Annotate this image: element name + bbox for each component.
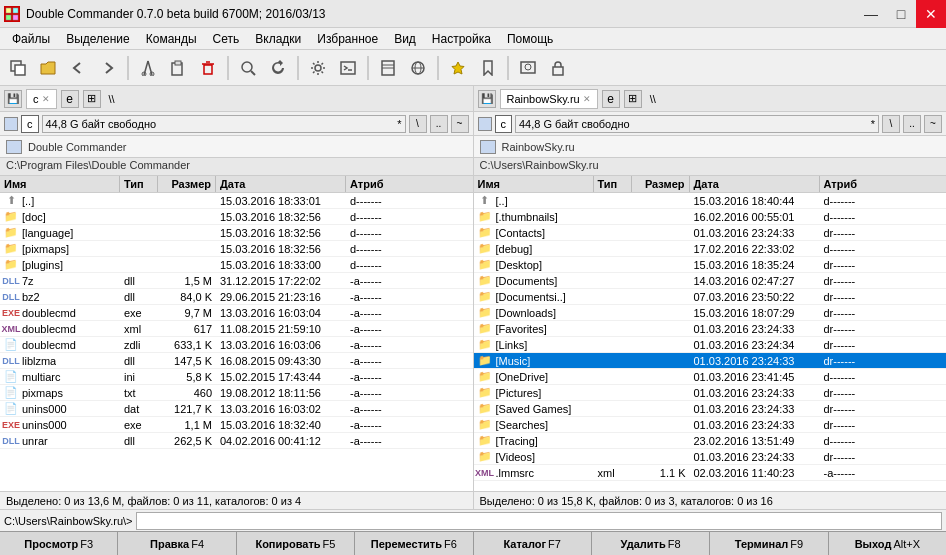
file-row[interactable]: EXE doublecmd exe 9,7 M 13.03.2016 16:03…: [0, 305, 473, 321]
right-col-attr[interactable]: Атриб: [820, 176, 890, 192]
menu-files[interactable]: Файлы: [4, 30, 58, 48]
left-col-date[interactable]: Дата: [216, 176, 346, 192]
file-row[interactable]: 📄 unins000 dat 121,7 K 13.03.2016 16:03:…: [0, 401, 473, 417]
file-row[interactable]: XML doublecmd xml 617 11.08.2015 21:59:1…: [0, 321, 473, 337]
right-nav-home[interactable]: ~: [924, 115, 942, 133]
tb-btn-terminal[interactable]: [334, 54, 362, 82]
menu-commands[interactable]: Команды: [138, 30, 205, 48]
tb-btn-copy[interactable]: [4, 54, 32, 82]
file-row[interactable]: 📁 [Favorites] 01.03.2016 23:24:33 dr----…: [474, 321, 947, 337]
tb-btn-fav[interactable]: [444, 54, 472, 82]
menu-selection[interactable]: Выделение: [58, 30, 138, 48]
file-row[interactable]: 📁 [Contacts] 01.03.2016 23:24:33 dr-----…: [474, 225, 947, 241]
menu-tabs[interactable]: Вкладки: [247, 30, 309, 48]
file-row[interactable]: ⬆ [..] 15.03.2016 18:33:01 d-------: [0, 193, 473, 209]
left-tab-c[interactable]: c ✕: [26, 89, 57, 109]
file-row[interactable]: 📄 doublecmd zdli 633,1 K 13.03.2016 16:0…: [0, 337, 473, 353]
fn-copy[interactable]: Копировать F5: [237, 532, 355, 555]
tb-btn-delete[interactable]: [194, 54, 222, 82]
right-path-bar[interactable]: 44,8 G байт свободно *: [515, 115, 879, 133]
right-new-tab-btn[interactable]: e: [602, 90, 620, 108]
file-row[interactable]: 📁 [Music] 01.03.2016 23:24:33 dr------: [474, 353, 947, 369]
tb-btn-mark[interactable]: [474, 54, 502, 82]
fn-move[interactable]: Переместить F6: [355, 532, 473, 555]
menu-favorites[interactable]: Избранное: [309, 30, 386, 48]
file-row[interactable]: 📁 [pixmaps] 15.03.2016 18:32:56 d-------: [0, 241, 473, 257]
right-file-list[interactable]: Имя Тип Размер Дата Атриб ⬆ [..] 15.03.2…: [474, 176, 947, 491]
maximize-button[interactable]: □: [886, 0, 916, 28]
file-row[interactable]: 📁 [plugins] 15.03.2016 18:33:00 d-------: [0, 257, 473, 273]
file-row[interactable]: 📁 [Documents] 14.03.2016 02:47:27 dr----…: [474, 273, 947, 289]
file-row[interactable]: 📁 [debug] 17.02.2016 22:33:02 d-------: [474, 241, 947, 257]
right-col-name[interactable]: Имя: [474, 176, 594, 192]
tb-btn-folder[interactable]: [34, 54, 62, 82]
right-nav-up[interactable]: ..: [903, 115, 921, 133]
left-drive-c-btn[interactable]: c: [21, 115, 39, 133]
menu-network[interactable]: Сеть: [205, 30, 248, 48]
tb-btn-paste[interactable]: [164, 54, 192, 82]
left-col-attr[interactable]: Атриб: [346, 176, 426, 192]
file-row[interactable]: 📁 [Documentsi..] 07.03.2016 23:50:22 dr-…: [474, 289, 947, 305]
left-disk-button[interactable]: 💾: [4, 90, 22, 108]
fn-terminal[interactable]: Терминал F9: [710, 532, 828, 555]
tb-btn-cut[interactable]: [134, 54, 162, 82]
file-row[interactable]: 📄 multiarc ini 5,8 K 15.02.2015 17:43:44…: [0, 369, 473, 385]
file-row[interactable]: 📄 pixmaps txt 460 19.08.2012 18:11:56 -a…: [0, 385, 473, 401]
right-col-size[interactable]: Размер: [632, 176, 690, 192]
file-row[interactable]: 📁 [doc] 15.03.2016 18:32:56 d-------: [0, 209, 473, 225]
right-drive-btn[interactable]: ⊞: [624, 90, 642, 108]
tb-btn-lock[interactable]: [544, 54, 572, 82]
file-row[interactable]: DLL unrar dll 262,5 K 04.02.2016 00:41:1…: [0, 433, 473, 449]
file-row[interactable]: 📁 [Searches] 01.03.2016 23:24:33 dr-----…: [474, 417, 947, 433]
fn-mkdir[interactable]: Каталог F7: [474, 532, 592, 555]
right-col-type[interactable]: Тип: [594, 176, 632, 192]
file-row[interactable]: XML .lmmsrc xml 1.1 K 02.03.2016 11:40:2…: [474, 465, 947, 481]
right-drive-c-btn[interactable]: c: [495, 115, 513, 133]
right-tab-close-icon[interactable]: ✕: [583, 94, 591, 104]
left-col-type[interactable]: Тип: [120, 176, 158, 192]
tb-btn-search[interactable]: [234, 54, 262, 82]
file-row[interactable]: 📁 [Videos] 01.03.2016 23:24:33 dr------: [474, 449, 947, 465]
file-row[interactable]: 📁 [Links] 01.03.2016 23:24:34 dr------: [474, 337, 947, 353]
fn-delete[interactable]: Удалить F8: [592, 532, 710, 555]
minimize-button[interactable]: —: [856, 0, 886, 28]
right-col-date[interactable]: Дата: [690, 176, 820, 192]
file-row[interactable]: DLL 7z dll 1,5 M 31.12.2015 17:22:02 -a-…: [0, 273, 473, 289]
tb-btn-refresh[interactable]: [264, 54, 292, 82]
right-nav-root[interactable]: \: [882, 115, 900, 133]
left-new-tab-btn[interactable]: e: [61, 90, 79, 108]
right-tab-rainbowsky[interactable]: RainbowSky.ru ✕: [500, 89, 598, 109]
file-row[interactable]: 📁 [Pictures] 01.03.2016 23:24:33 dr-----…: [474, 385, 947, 401]
left-drive-btn[interactable]: ⊞: [83, 90, 101, 108]
tb-btn-network[interactable]: [404, 54, 432, 82]
file-row[interactable]: DLL bz2 dll 84,0 K 29.06.2015 21:23:16 -…: [0, 289, 473, 305]
left-nav-root[interactable]: \: [409, 115, 427, 133]
file-row[interactable]: EXE unins000 exe 1,1 M 15.03.2016 18:32:…: [0, 417, 473, 433]
left-file-list[interactable]: Имя Тип Размер Дата Атриб ⬆ [..] 15.03.2…: [0, 176, 473, 491]
close-button[interactable]: ✕: [916, 0, 946, 28]
fn-exit[interactable]: Выход Alt+X: [829, 532, 946, 555]
tb-btn-archive[interactable]: [374, 54, 402, 82]
fn-view[interactable]: Просмотр F3: [0, 532, 118, 555]
file-row[interactable]: 📁 [.thumbnails] 16.02.2016 00:55:01 d---…: [474, 209, 947, 225]
left-nav-home[interactable]: ~: [451, 115, 469, 133]
cmd-input[interactable]: [136, 512, 942, 530]
menu-settings[interactable]: Настройка: [424, 30, 499, 48]
file-row[interactable]: 📁 [Downloads] 15.03.2016 18:07:29 dr----…: [474, 305, 947, 321]
tb-btn-forward[interactable]: [94, 54, 122, 82]
fn-edit[interactable]: Правка F4: [118, 532, 236, 555]
menu-help[interactable]: Помощь: [499, 30, 561, 48]
left-nav-up[interactable]: ..: [430, 115, 448, 133]
left-col-size[interactable]: Размер: [158, 176, 216, 192]
tb-btn-screenshot[interactable]: [514, 54, 542, 82]
file-row[interactable]: 📁 [OneDrive] 01.03.2016 23:41:45 d------…: [474, 369, 947, 385]
file-row[interactable]: 📁 [Tracing] 23.02.2016 13:51:49 d-------: [474, 433, 947, 449]
right-disk-button[interactable]: 💾: [478, 90, 496, 108]
menu-view[interactable]: Вид: [386, 30, 424, 48]
tb-btn-back[interactable]: [64, 54, 92, 82]
file-row[interactable]: DLL liblzma dll 147,5 K 16.08.2015 09:43…: [0, 353, 473, 369]
file-row[interactable]: 📁 [Saved Games] 01.03.2016 23:24:33 dr--…: [474, 401, 947, 417]
file-row[interactable]: 📁 [Desktop] 15.03.2016 18:35:24 dr------: [474, 257, 947, 273]
file-row[interactable]: ⬆ [..] 15.03.2016 18:40:44 d-------: [474, 193, 947, 209]
file-row[interactable]: 📁 [language] 15.03.2016 18:32:56 d------…: [0, 225, 473, 241]
